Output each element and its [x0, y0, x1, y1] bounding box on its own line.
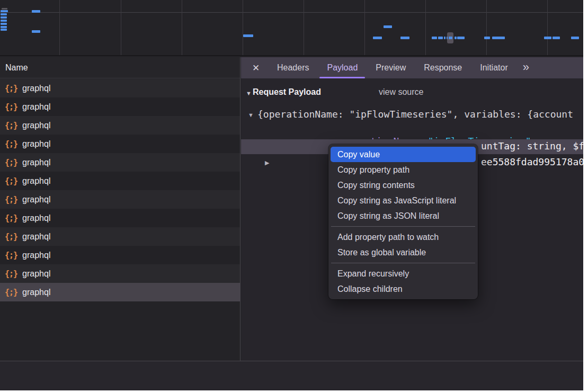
overview-request-bar — [449, 37, 452, 39]
tab-strip: HeadersPayloadPreviewResponseInitiator — [277, 57, 526, 78]
close-icon[interactable]: ✕ — [250, 63, 262, 74]
menu-separator — [331, 226, 475, 227]
overview-horizontal-gridline — [0, 12, 583, 13]
view-source-link[interactable]: view source — [379, 87, 423, 97]
menu-item-copy-string-contents[interactable]: Copy string contents — [331, 177, 476, 193]
tab-preview[interactable]: Preview — [376, 57, 406, 78]
more-tabs-chevron-icon[interactable]: » — [523, 61, 529, 75]
overview-request-bar — [544, 37, 551, 39]
devtools-network-panel: Name {;}graphql{;}graphql{;}graphql{;}gr… — [0, 0, 583, 390]
overview-vertical-gridline — [121, 0, 121, 55]
request-row[interactable]: {;}graphql — [0, 135, 240, 153]
network-overview-timeline[interactable] — [0, 0, 583, 56]
overview-request-bar — [447, 37, 448, 39]
menu-separator — [331, 263, 475, 263]
tab-response[interactable]: Response — [424, 57, 462, 78]
request-name: graphql — [22, 102, 50, 112]
fetch-json-icon: {;} — [5, 195, 17, 204]
overview-vertical-gridline — [59, 0, 60, 55]
overview-request-bar — [1, 13, 7, 15]
menu-item-expand-recursively[interactable]: Expand recursively — [331, 266, 476, 281]
overview-vertical-gridline — [425, 0, 426, 55]
overview-request-bar — [32, 10, 40, 13]
tab-headers[interactable]: Headers — [277, 57, 309, 78]
fetch-json-icon: {;} — [5, 288, 17, 297]
overview-request-bar — [571, 37, 579, 39]
menu-item-store-as-global-variable[interactable]: Store as global variable — [331, 245, 476, 260]
request-row[interactable]: {;}graphql — [0, 153, 240, 172]
request-name: graphql — [22, 269, 50, 279]
fetch-json-icon: {;} — [5, 232, 17, 242]
root-object-preview: {operationName: "ipFlowTimeseries", vari… — [257, 109, 573, 120]
name-column-label: Name — [5, 63, 28, 73]
section-collapse-triangle-icon[interactable]: ▼ — [246, 90, 252, 96]
collapsed-triangle-icon[interactable]: ▶ — [265, 159, 269, 166]
overview-request-bar — [455, 37, 457, 39]
name-column-header[interactable]: Name — [0, 57, 240, 78]
overview-request-bar — [243, 34, 253, 37]
fetch-json-icon: {;} — [5, 269, 17, 279]
fetch-json-icon: {;} — [5, 158, 17, 167]
detail-tab-bar: ✕ HeadersPayloadPreviewResponseInitiator… — [241, 57, 583, 78]
request-row[interactable]: {;}graphql — [0, 172, 240, 190]
screenshot: Name {;}graphql{;}graphql{;}graphql{;}gr… — [0, 0, 588, 392]
request-row[interactable]: {;}graphql — [0, 116, 240, 135]
request-row[interactable]: {;}graphql — [0, 283, 240, 301]
fetch-json-icon: {;} — [5, 121, 17, 130]
request-payload-section-header: ▼ Request Payload view source — [241, 87, 583, 100]
menu-item-copy-value[interactable]: Copy value — [331, 147, 476, 162]
request-payload-title: Request Payload — [253, 87, 321, 97]
variables-preview-right-fragment: ee5588fdad995178a0 — [481, 156, 583, 167]
menu-item-copy-property-path[interactable]: Copy property path — [331, 162, 476, 177]
request-row[interactable]: {;}graphql — [0, 246, 240, 264]
request-name: graphql — [22, 139, 50, 149]
overview-gray-bar — [2, 8, 7, 10]
overview-vertical-gridline — [243, 0, 243, 55]
tab-initiator[interactable]: Initiator — [480, 57, 507, 78]
fetch-json-icon: {;} — [5, 251, 17, 260]
request-row[interactable]: {;}graphql — [0, 227, 240, 246]
overview-request-bar — [1, 23, 7, 25]
overview-vertical-gridline — [304, 0, 304, 55]
overview-request-bar — [553, 37, 560, 39]
menu-item-copy-string-as-json-literal[interactable]: Copy string as JSON literal — [331, 208, 476, 224]
summary-bar — [0, 361, 583, 390]
request-name: graphql — [22, 195, 50, 204]
overview-request-bar — [432, 37, 437, 39]
overview-vertical-gridline — [547, 0, 548, 55]
overview-request-bar — [484, 37, 490, 39]
overview-request-bar — [384, 25, 392, 28]
overview-request-bar — [444, 37, 446, 39]
tree-row-root[interactable]: ▼ {operationName: "ipFlowTimeseries", va… — [241, 107, 583, 123]
request-list-pane: Name {;}graphql{;}graphql{;}graphql{;}gr… — [0, 57, 240, 390]
tab-payload[interactable]: Payload — [327, 57, 358, 78]
tree-row-operation-name[interactable]: operationName: "ipFlowTimeseries" — [241, 123, 583, 139]
overview-request-bar — [373, 37, 382, 39]
request-row[interactable]: {;}graphql — [0, 79, 240, 97]
overview-request-bar — [1, 16, 7, 19]
fetch-json-icon: {;} — [5, 213, 17, 223]
request-row[interactable]: {;}graphql — [0, 97, 240, 116]
overview-request-bar — [1, 29, 7, 31]
context-menu: Copy valueCopy property pathCopy string … — [328, 144, 478, 299]
overview-request-bar — [1, 26, 7, 28]
overview-request-bar — [32, 30, 40, 33]
request-name: graphql — [22, 213, 50, 223]
menu-item-collapse-children[interactable]: Collapse children — [331, 281, 476, 297]
menu-item-add-property-path-to-watch[interactable]: Add property path to watch — [331, 229, 476, 245]
request-row[interactable]: {;}graphql — [0, 264, 240, 283]
request-row[interactable]: {;}graphql — [0, 209, 240, 227]
menu-item-copy-string-as-javascript-literal[interactable]: Copy string as JavaScript literal — [331, 193, 476, 208]
fetch-json-icon: {;} — [5, 176, 17, 186]
fetch-json-icon: {;} — [5, 102, 17, 112]
request-name: graphql — [22, 251, 50, 260]
request-name: graphql — [22, 176, 50, 186]
expand-triangle-icon[interactable]: ▼ — [248, 112, 254, 118]
overview-vertical-gridline — [364, 0, 365, 55]
request-row[interactable]: {;}graphql — [0, 190, 240, 209]
fetch-json-icon: {;} — [5, 139, 17, 149]
request-name: graphql — [22, 158, 50, 167]
overview-request-bar — [457, 37, 465, 39]
overview-request-bar — [1, 20, 7, 22]
overview-request-bar — [438, 37, 443, 39]
